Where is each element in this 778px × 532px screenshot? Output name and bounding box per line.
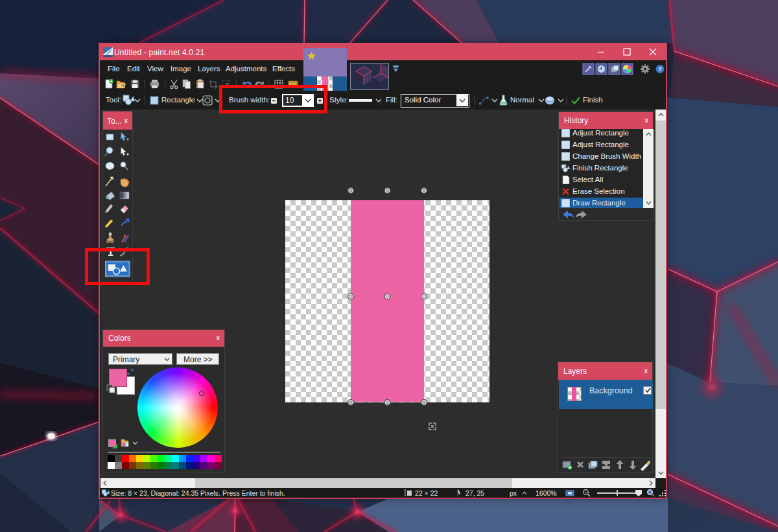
svg-text:?: ? bbox=[658, 66, 662, 73]
